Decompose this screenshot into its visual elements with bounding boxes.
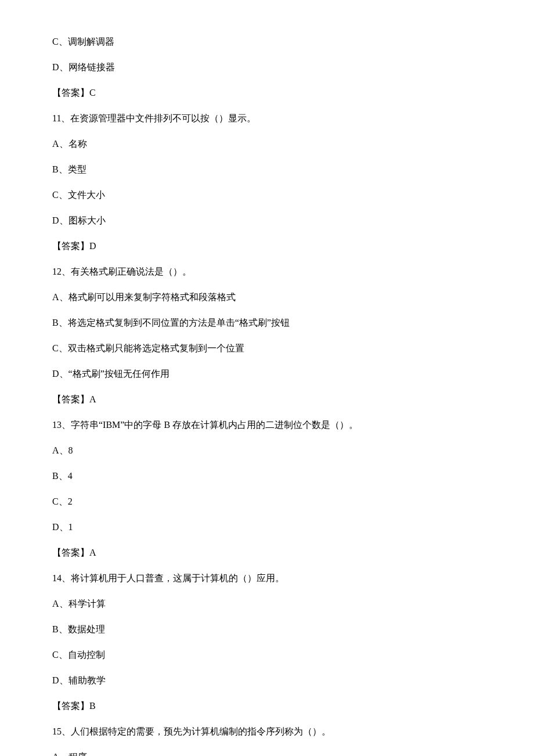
q11-option-a: A、名称 (52, 137, 482, 151)
q10-option-c: C、调制解调器 (52, 35, 482, 49)
q13-answer: 【答案】A (52, 546, 482, 560)
q14-answer: 【答案】B (52, 699, 482, 713)
q10-answer: 【答案】C (52, 86, 482, 100)
q11-stem: 11、在资源管理器中文件排列不可以按（）显示。 (52, 111, 482, 125)
q14-option-b: B、数据处理 (52, 622, 482, 636)
q12-stem: 12、有关格式刷正确说法是（）。 (52, 265, 482, 279)
q11-answer: 【答案】D (52, 239, 482, 253)
q12-option-b: B、将选定格式复制到不同位置的方法是单击“格式刷”按钮 (52, 316, 482, 330)
q10-option-d: D、网络链接器 (52, 60, 482, 74)
q11-option-d: D、图标大小 (52, 214, 482, 228)
q12-answer: 【答案】A (52, 393, 482, 406)
q14-option-a: A、科学计算 (52, 597, 482, 611)
q13-option-a: A、8 (52, 444, 482, 458)
q13-stem: 13、字符串“IBM”中的字母 B 存放在计算机内占用的二进制位个数是（）。 (52, 418, 482, 432)
q14-stem: 14、将计算机用于人口普查，这属于计算机的（）应用。 (52, 571, 482, 585)
q12-option-a: A、格式刷可以用来复制字符格式和段落格式 (52, 290, 482, 304)
q14-option-d: D、辅助教学 (52, 674, 482, 687)
q11-option-c: C、文件大小 (52, 188, 482, 202)
q12-option-c: C、双击格式刷只能将选定格式复制到一个位置 (52, 341, 482, 355)
q14-option-c: C、自动控制 (52, 648, 482, 662)
document-page: C、调制解调器 D、网络链接器 【答案】C 11、在资源管理器中文件排列不可以按… (0, 0, 534, 756)
q12-option-d: D、“格式刷”按钮无任何作用 (52, 367, 482, 381)
q13-option-b: B、4 (52, 469, 482, 483)
q13-option-d: D、1 (52, 520, 482, 534)
q15-stem: 15、人们根据特定的需要，预先为计算机编制的指令序列称为（）。 (52, 725, 482, 739)
q15-option-a: A、程序 (52, 750, 482, 756)
q13-option-c: C、2 (52, 495, 482, 509)
q11-option-b: B、类型 (52, 163, 482, 177)
